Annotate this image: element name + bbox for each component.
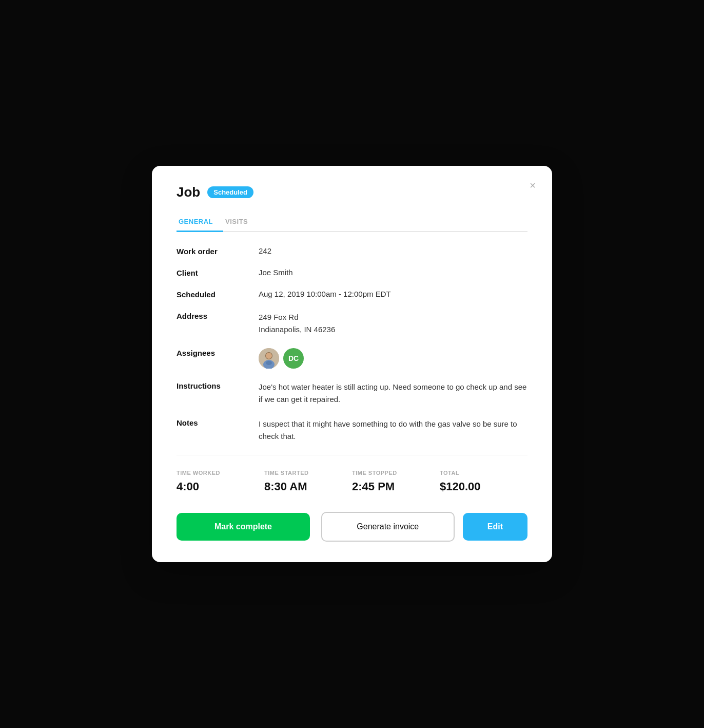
assignees-label: Assignees [177,348,259,357]
modal-header: Job Scheduled [177,184,527,200]
scheduled-label: Scheduled [177,290,259,299]
scheduled-value: Aug 12, 2019 10:00am - 12:00pm EDT [259,290,527,298]
scheduled-row: Scheduled Aug 12, 2019 10:00am - 12:00pm… [177,290,527,299]
stat-time-started: TIME STARTED 8:30 AM [264,470,352,493]
action-buttons: Mark complete Generate invoice Edit [177,512,527,542]
stat-time-worked: TIME WORKED 4:00 [177,470,264,493]
address-line1: 249 Fox Rd [259,311,527,323]
avatar-photo [259,348,279,369]
address-row: Address 249 Fox Rd Indianapolis, IN 4623… [177,311,527,336]
avatar-dc: DC [283,348,304,369]
time-started-label: TIME STARTED [264,470,352,476]
work-order-row: Work order 242 [177,246,527,256]
job-modal: Job Scheduled × GENERAL VISITS Work orde… [152,166,552,562]
stat-total: TOTAL $120.00 [440,470,527,493]
work-order-label: Work order [177,246,259,256]
tab-visits[interactable]: VISITS [223,213,258,232]
total-label: TOTAL [440,470,527,476]
notes-row: Notes I suspect that it might have somet… [177,418,527,443]
generate-invoice-button[interactable]: Generate invoice [321,512,455,542]
svg-point-4 [266,361,272,365]
address-value: 249 Fox Rd Indianapolis, IN 46236 [259,311,527,336]
client-value: Joe Smith [259,268,527,277]
status-badge: Scheduled [207,186,253,198]
work-order-value: 242 [259,246,527,255]
tabs-container: GENERAL VISITS [177,213,527,232]
modal-title: Job [177,184,200,200]
mark-complete-button[interactable]: Mark complete [177,513,310,541]
assignees-row: Assignees [177,348,527,369]
address-line2: Indianapolis, IN 46236 [259,323,527,336]
stat-time-stopped: TIME STOPPED 2:45 PM [352,470,440,493]
tab-general[interactable]: GENERAL [177,213,223,232]
instructions-row: Instructions Joe's hot water heater is s… [177,381,527,406]
notes-label: Notes [177,418,259,427]
assignees-value: DC [259,348,527,369]
close-button[interactable]: × [527,178,538,193]
time-worked-label: TIME WORKED [177,470,264,476]
assignee-1-avatar-svg [259,348,279,369]
address-label: Address [177,311,259,320]
notes-value: I suspect that it might have something t… [259,418,527,443]
edit-button[interactable]: Edit [463,513,527,541]
avatar-dc-initials: DC [288,354,299,362]
divider [177,455,527,455]
client-label: Client [177,268,259,277]
time-worked-value: 4:00 [177,480,264,493]
time-started-value: 8:30 AM [264,480,352,493]
client-row: Client Joe Smith [177,268,527,277]
instructions-value: Joe's hot water heater is still acting u… [259,381,527,406]
total-value: $120.00 [440,480,527,493]
instructions-label: Instructions [177,381,259,390]
svg-point-3 [266,353,272,359]
time-stopped-value: 2:45 PM [352,480,440,493]
stats-row: TIME WORKED 4:00 TIME STARTED 8:30 AM TI… [177,470,527,493]
time-stopped-label: TIME STOPPED [352,470,440,476]
assignees-list: DC [259,348,527,369]
modal-overlay: Job Scheduled × GENERAL VISITS Work orde… [0,0,704,728]
